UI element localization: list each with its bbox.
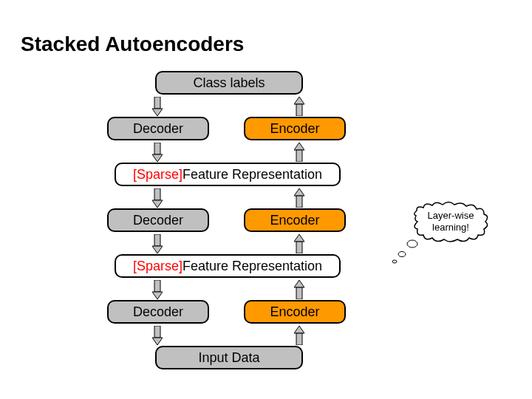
encoder-text-2: Encoder xyxy=(270,213,319,228)
encoder-text-3: Encoder xyxy=(270,304,319,320)
sparse-prefix-1: [Sparse] xyxy=(133,167,183,183)
svg-marker-24 xyxy=(152,338,163,345)
svg-marker-2 xyxy=(294,97,304,104)
feature-rep-text-1: Feature Representation xyxy=(183,167,322,183)
encoder-box-3: Encoder xyxy=(244,300,346,324)
arrow-down-icon xyxy=(152,97,163,112)
svg-marker-1 xyxy=(152,109,163,116)
svg-rect-4 xyxy=(154,143,160,154)
feature-rep-text-2: Feature Representation xyxy=(183,259,322,274)
cloud-tail-icon xyxy=(392,238,421,267)
arrow-up-icon xyxy=(294,143,304,157)
arrow-down-icon xyxy=(152,234,163,249)
class-labels-text: Class labels xyxy=(193,75,265,91)
annotation-text: Layer-wise learning! xyxy=(410,210,491,233)
decoder-text-2: Decoder xyxy=(133,213,183,228)
encoder-box-1: Encoder xyxy=(244,117,346,140)
svg-rect-8 xyxy=(154,188,160,200)
svg-marker-17 xyxy=(294,234,304,242)
svg-point-14 xyxy=(392,260,397,263)
encoder-text-1: Encoder xyxy=(270,121,319,137)
arrow-up-icon xyxy=(294,234,304,249)
annotation-cloud: Layer-wise learning! xyxy=(410,200,491,244)
svg-marker-9 xyxy=(152,200,163,208)
svg-rect-7 xyxy=(296,150,302,162)
arrow-down-icon xyxy=(152,143,163,157)
svg-marker-6 xyxy=(294,143,304,150)
arrow-up-icon xyxy=(294,280,304,295)
decoder-box-1: Decoder xyxy=(107,117,209,140)
svg-marker-20 xyxy=(152,292,163,299)
svg-marker-21 xyxy=(294,280,304,287)
svg-rect-26 xyxy=(296,333,302,345)
svg-rect-19 xyxy=(154,280,160,292)
svg-point-13 xyxy=(398,252,406,257)
decoder-text-3: Decoder xyxy=(133,304,183,320)
decoder-box-2: Decoder xyxy=(107,208,209,232)
arrow-down-icon xyxy=(152,326,163,341)
encoder-box-2: Encoder xyxy=(244,208,346,232)
svg-rect-0 xyxy=(154,97,160,109)
arrow-down-icon xyxy=(152,188,163,203)
input-data-text: Input Data xyxy=(198,350,259,366)
svg-marker-10 xyxy=(294,188,304,196)
sparse-prefix-2: [Sparse] xyxy=(133,259,183,274)
svg-rect-23 xyxy=(154,326,160,338)
svg-rect-11 xyxy=(296,196,302,208)
svg-rect-22 xyxy=(296,287,302,299)
decoder-text-1: Decoder xyxy=(133,121,183,137)
decoder-box-3: Decoder xyxy=(107,300,209,324)
input-data-box: Input Data xyxy=(155,346,303,369)
class-labels-box: Class labels xyxy=(155,71,303,95)
svg-marker-5 xyxy=(152,154,163,162)
arrow-up-icon xyxy=(294,326,304,341)
feature-rep-box-1: [Sparse] Feature Representation xyxy=(115,163,341,186)
svg-rect-15 xyxy=(154,234,160,246)
feature-rep-box-2: [Sparse] Feature Representation xyxy=(115,254,341,278)
page-title: Stacked Autoencoders xyxy=(21,33,244,56)
svg-marker-25 xyxy=(294,326,304,333)
svg-rect-3 xyxy=(296,104,302,116)
arrow-down-icon xyxy=(152,280,163,295)
svg-rect-18 xyxy=(296,242,302,253)
svg-marker-16 xyxy=(152,246,163,253)
arrow-up-icon xyxy=(294,188,304,203)
arrow-up-icon xyxy=(294,97,304,112)
svg-point-12 xyxy=(407,240,417,248)
